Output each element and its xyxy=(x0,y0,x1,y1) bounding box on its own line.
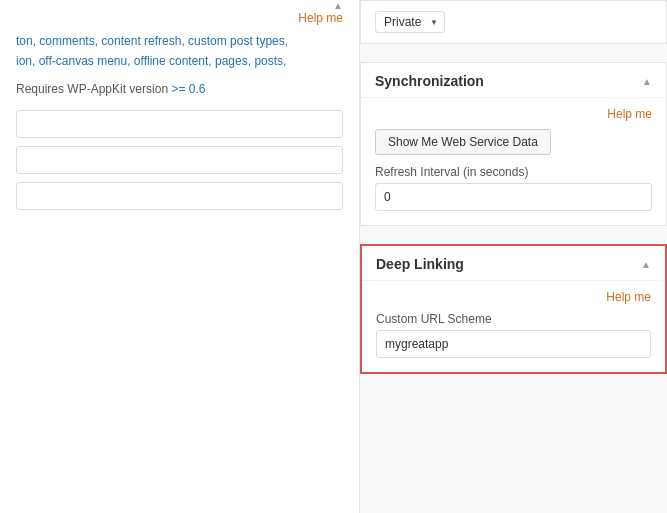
help-me-left-link[interactable]: Help me xyxy=(298,11,343,25)
sync-section-title: Synchronization xyxy=(375,73,484,89)
left-input-2[interactable] xyxy=(16,146,343,174)
spacer-2 xyxy=(360,236,667,244)
refresh-interval-label: Refresh Interval (in seconds) xyxy=(375,165,652,179)
visibility-select-wrapper[interactable]: Public Private xyxy=(375,11,445,33)
sync-section-header: Synchronization ▲ xyxy=(361,63,666,98)
left-tags-text: ton, comments, content refresh, custom p… xyxy=(16,31,343,72)
deep-linking-section-title: Deep Linking xyxy=(376,256,464,272)
left-requires-text: Requires WP-AppKit version >= 0.6 xyxy=(16,82,343,96)
synchronization-section: Synchronization ▲ Help me Show Me Web Se… xyxy=(360,62,667,226)
left-input-3[interactable] xyxy=(16,182,343,210)
left-input-1[interactable] xyxy=(16,110,343,138)
sync-help-me-link[interactable]: Help me xyxy=(607,107,652,121)
deep-linking-help-me-link[interactable]: Help me xyxy=(606,290,651,304)
deep-linking-section-header: Deep Linking ▲ xyxy=(362,246,665,281)
show-web-service-button[interactable]: Show Me Web Service Data xyxy=(375,129,551,155)
left-panel: ▲ Help me ton, comments, content refresh… xyxy=(0,0,360,513)
scroll-arrow-top-icon: ▲ xyxy=(333,0,343,11)
right-panel: Public Private Synchronization ▲ Help me… xyxy=(360,0,667,513)
deep-linking-section-body: Help me Custom URL Scheme xyxy=(362,281,665,372)
sync-collapse-icon[interactable]: ▲ xyxy=(642,76,652,87)
deep-linking-section: Deep Linking ▲ Help me Custom URL Scheme xyxy=(360,244,667,374)
visibility-section: Public Private xyxy=(360,0,667,44)
deep-linking-help-me[interactable]: Help me xyxy=(376,289,651,304)
sync-section-body: Help me Show Me Web Service Data Refresh… xyxy=(361,98,666,225)
custom-url-input[interactable] xyxy=(376,330,651,358)
spacer-1 xyxy=(360,54,667,62)
custom-url-label: Custom URL Scheme xyxy=(376,312,651,326)
left-input-row-2 xyxy=(16,146,343,174)
left-input-row-1 xyxy=(16,110,343,138)
visibility-select[interactable]: Public Private xyxy=(375,11,445,33)
left-input-row-3 xyxy=(16,182,343,210)
help-me-left[interactable]: Help me xyxy=(16,10,343,25)
visibility-row: Public Private xyxy=(375,11,652,33)
sync-help-me[interactable]: Help me xyxy=(375,106,652,121)
refresh-interval-input[interactable] xyxy=(375,183,652,211)
requires-link[interactable]: >= 0.6 xyxy=(171,82,205,96)
deep-linking-collapse-icon[interactable]: ▲ xyxy=(641,259,651,270)
